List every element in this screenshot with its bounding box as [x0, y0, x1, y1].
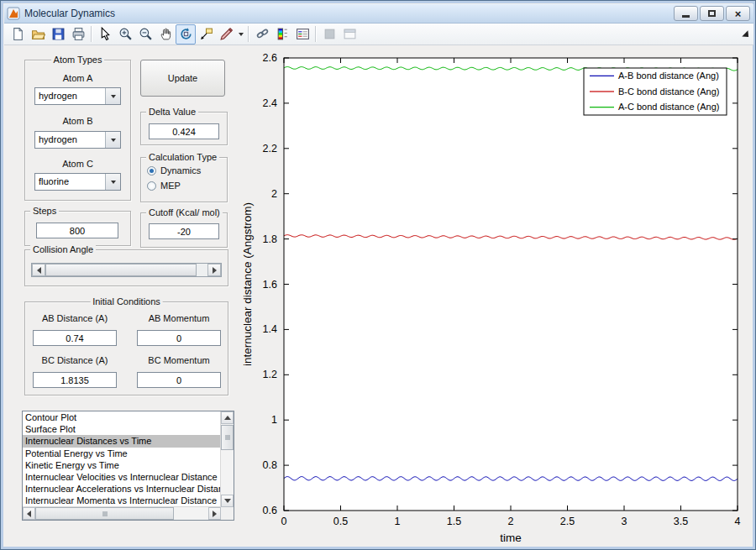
svg-text:0.5: 0.5 [333, 516, 348, 527]
pan-hand-icon [159, 27, 173, 41]
colorbar-icon [276, 27, 290, 41]
close-button[interactable]: × [726, 6, 750, 21]
list-item[interactable]: Internuclear Momenta vs Internuclear Dis… [23, 495, 221, 506]
svg-text:1.6: 1.6 [263, 279, 277, 291]
svg-text:2.5: 2.5 [560, 516, 575, 527]
list-item[interactable]: Potential Energy vs Time [23, 448, 221, 459]
list-item[interactable]: Internuclear Accelerations vs Internucle… [23, 483, 221, 495]
ab-distance-input[interactable] [33, 330, 117, 346]
slider-left-arrow[interactable] [32, 264, 45, 276]
steps-input[interactable] [36, 223, 118, 238]
zoom-in-button[interactable] [115, 24, 135, 45]
list-item[interactable]: Internuclear Velocities vs Internuclear … [23, 471, 221, 483]
atom-a-select[interactable]: hydrogen [34, 87, 121, 105]
atom-b-select[interactable]: hydrogen [34, 131, 121, 149]
ab-momentum-label: AB Momentum [133, 313, 225, 323]
figure-toolbar [4, 24, 753, 45]
slider-right-arrow[interactable] [207, 264, 221, 276]
toolbar-separator [91, 26, 92, 42]
scroll-up-button[interactable] [221, 411, 234, 424]
dock-figure-button[interactable] [339, 24, 360, 45]
print-figure-button[interactable] [68, 24, 88, 45]
rotate-3d-button[interactable] [176, 24, 196, 45]
insert-colorbar-button[interactable] [272, 24, 292, 45]
zoom-out-button[interactable] [135, 24, 155, 45]
scroll-down-button[interactable] [221, 495, 234, 507]
maximize-button[interactable] [700, 6, 724, 21]
atom-c-label: Atom C [24, 159, 131, 169]
svg-text:1: 1 [395, 516, 401, 527]
vertical-scroll-thumb[interactable] [221, 425, 234, 450]
scroll-left-button[interactable] [23, 507, 35, 520]
svg-text:0.6: 0.6 [263, 505, 277, 516]
title-bar[interactable]: Molecular Dynamics × [4, 4, 753, 24]
bc-distance-input[interactable] [33, 372, 117, 388]
selected-value: fluorine [35, 174, 105, 190]
scroll-right-button[interactable] [208, 507, 221, 520]
list-item[interactable]: Contour Plot [23, 411, 221, 423]
svg-text:2.2: 2.2 [263, 143, 277, 155]
minimize-icon [682, 15, 690, 18]
link-plot-button[interactable] [252, 24, 272, 45]
svg-text:internuclear distance (Angstro: internuclear distance (Angstrom) [241, 202, 254, 366]
list-item[interactable]: Surface Plot [23, 423, 221, 435]
plot-type-listbox[interactable]: Contour PlotSurface PlotInternuclear Dis… [22, 411, 234, 521]
save-figure-button[interactable] [48, 24, 68, 45]
svg-text:2: 2 [508, 516, 514, 527]
radio-icon [147, 166, 156, 175]
svg-text:1.8: 1.8 [263, 233, 277, 245]
open-folder-icon [31, 27, 45, 41]
pointer-icon [98, 27, 113, 41]
slider-thumb[interactable] [45, 264, 197, 276]
save-icon [51, 27, 66, 41]
svg-text:1.2: 1.2 [263, 369, 277, 380]
horizontal-scrollbar[interactable] [23, 506, 221, 520]
arrow-left-icon [27, 511, 31, 517]
radio-mep[interactable]: MEP [147, 181, 181, 191]
pan-button[interactable] [155, 24, 176, 45]
hide-plot-tools-button[interactable] [319, 24, 339, 45]
open-file-button[interactable] [28, 24, 48, 45]
atom-c-select[interactable]: fluorine [34, 173, 121, 191]
list-item[interactable]: Kinetic Energy vs Time [23, 459, 221, 471]
thumb-grip [225, 435, 230, 441]
insert-legend-button[interactable] [292, 24, 312, 45]
svg-text:time: time [500, 532, 522, 544]
delta-value-input[interactable] [149, 123, 219, 139]
radio-dynamics[interactable]: Dynamics [147, 165, 201, 175]
new-figure-button[interactable] [8, 24, 28, 45]
vertical-scrollbar[interactable] [220, 411, 234, 507]
bc-momentum-input[interactable] [137, 372, 221, 388]
new-file-icon [11, 27, 25, 41]
brush-dropdown-button[interactable] [236, 25, 245, 44]
arrow-left-icon [37, 267, 41, 274]
minimize-button[interactable] [674, 6, 698, 21]
chevron-down-icon [105, 174, 120, 190]
brush-button[interactable] [216, 24, 236, 45]
svg-text:2.6: 2.6 [263, 52, 277, 64]
svg-text:2.4: 2.4 [263, 97, 277, 109]
list-item[interactable]: Internuclear Distances vs Time [23, 435, 221, 447]
svg-text:4: 4 [735, 516, 741, 527]
edit-plot-button[interactable] [95, 24, 115, 45]
selected-value: hydrogen [35, 132, 105, 148]
svg-text:1.4: 1.4 [263, 323, 277, 335]
data-cursor-button[interactable] [196, 24, 216, 45]
group-title: Collision Angle [30, 244, 96, 254]
ab-momentum-input[interactable] [137, 330, 221, 346]
horizontal-scroll-thumb[interactable] [35, 507, 174, 520]
toolbar-overflow-icon[interactable] [742, 30, 751, 39]
bc-distance-label: BC Distance (A) [29, 355, 121, 365]
svg-text:1: 1 [271, 414, 277, 426]
cutoff-input[interactable] [149, 223, 219, 239]
plot-canvas: 00.511.522.533.540.60.811.21.41.61.822.2… [239, 47, 754, 549]
app-icon [7, 7, 20, 20]
arrow-up-icon [224, 416, 231, 420]
selected-value: hydrogen [35, 88, 105, 104]
svg-text:B-C bond distance (Ang): B-C bond distance (Ang) [618, 86, 719, 97]
bc-momentum-label: BC Momentum [133, 355, 225, 365]
update-button[interactable]: Update [140, 60, 225, 97]
collision-angle-slider[interactable] [31, 263, 222, 277]
arrow-right-icon [213, 511, 217, 517]
radio-label: MEP [160, 181, 181, 191]
